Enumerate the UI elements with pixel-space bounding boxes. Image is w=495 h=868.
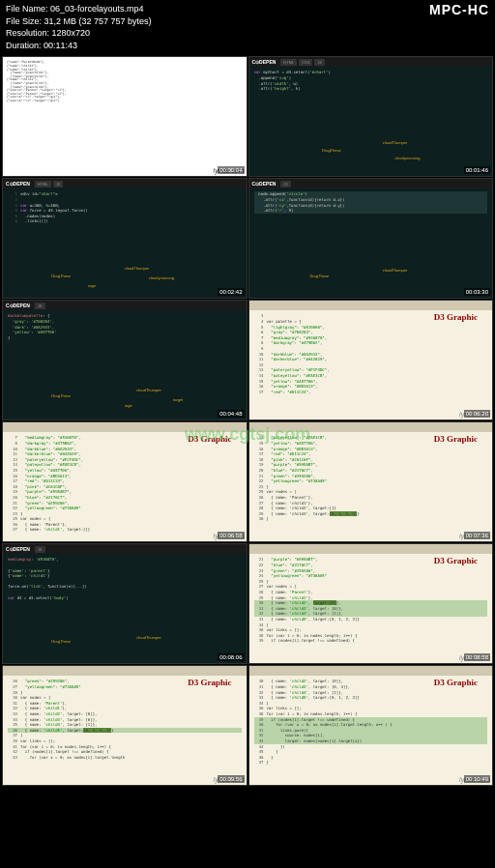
player-brand: MPC-HC: [429, 2, 489, 17]
codepen-topbar: C⊙DEPEN HTML CSS JS: [249, 57, 493, 67]
filename: 06_03-forcelayouts.mp4: [50, 4, 144, 14]
thumb-12[interactable]: D3 Graphic 30 { name: 'child2', target: …: [248, 665, 494, 786]
thumb-2[interactable]: C⊙DEPEN HTML CSS JS var myChart = d3.sel…: [248, 56, 494, 177]
timestamp: 00:00:04: [218, 166, 244, 174]
thumb-6[interactable]: D3 Graphic 3 4var palette = { 5 "lightgr…: [248, 300, 494, 420]
thumbnail-grid: {"name":"ParentNode"},{"name":"child1"},…: [0, 54, 495, 788]
file-info-header: File Name: 06_03-forcelayouts.mp4 File S…: [0, 0, 495, 54]
duration: 00:11:43: [44, 41, 77, 50]
thumb-11[interactable]: D3 Graphic 26 "green": "#259286", 27 "ye…: [2, 665, 248, 786]
tree-output: {"name":"ParentNode"},{"name":"child1"},…: [3, 57, 247, 106]
thumb-1[interactable]: {"name":"ParentNode"},{"name":"child1"},…: [2, 56, 248, 177]
filesize: 31,2 MB (32 757 757 bytes): [44, 16, 152, 26]
thumb-8[interactable]: D3 Graphic 14 "paleyellow": "#EAE3CB", 1…: [248, 421, 494, 542]
thumb-4[interactable]: C⊙DEPENJS node.append('circle') .attr('c…: [248, 178, 494, 299]
resolution: 1280x720: [52, 28, 91, 38]
force-graph: DragThese cloudThumper clearlymorning: [249, 132, 493, 171]
thumb-3[interactable]: C⊙DEPENHTMLJS 1<div id="chart"> 2 3var w…: [2, 178, 248, 299]
timestamp: 00:01:46: [464, 166, 490, 174]
code-editor[interactable]: var myChart = d3.select('#chart') .appen…: [249, 67, 493, 94]
codepen-logo: C⊙DEPEN: [252, 59, 277, 65]
thumb-7[interactable]: D3 Graphic 7 "mediumgray": "#536870", 8 …: [2, 421, 248, 542]
thumb-9[interactable]: C⊙DEPENJS mediumgray: '#536870', {'name'…: [2, 543, 248, 664]
thumb-10[interactable]: D3 Graphic 21 "purple": "#595AB7", 22 "b…: [248, 543, 494, 664]
thumb-5[interactable]: C⊙DEPENJS darkbluepalette: { 'gray': '#7…: [2, 300, 248, 420]
